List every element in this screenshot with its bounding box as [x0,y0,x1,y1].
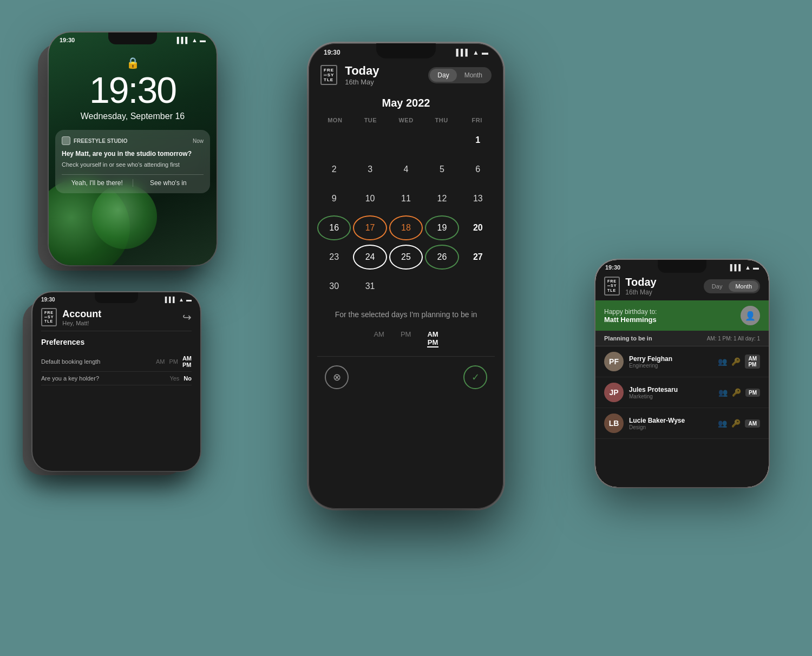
cell-9[interactable]: 9 [317,186,351,211]
day-label-tue: TUE [353,117,389,123]
cell-2[interactable]: 2 [317,157,351,182]
pref-am-pm[interactable]: AMPM [182,355,192,368]
info-perry: Perry Feighan Engineering [629,355,712,369]
cal-logo: FRE ═SY TLE [320,65,337,86]
pref-key-options[interactable]: Yes No [169,375,192,382]
notif-action-who[interactable]: See who's in [133,179,204,187]
person-icon-lucie-2: 🔑 [731,419,741,428]
signal-acct: ▌▌▌ [165,297,176,303]
cell-5[interactable]: 5 [425,157,459,182]
today-status-icons: ▌▌▌ ▲ ▬ [730,264,759,271]
cell-18[interactable]: 18 [389,215,423,240]
cell-1[interactable]: 1 [461,128,495,153]
battery-cal: ▬ [482,49,488,56]
cal-month-title: May 2022 [309,91,503,117]
phone-today: 19:30 ▌▌▌ ▲ ▬ FRE ═SY TLE Today 16th May [595,260,769,487]
pm-option[interactable]: PM [401,330,411,347]
cell-31[interactable]: 31 [353,274,387,299]
notif-app-name: FREESTYLE STUDIO [62,136,127,145]
today-date-sub: 16th May [625,288,656,296]
person-icon-perry-1: 👥 [718,357,727,366]
planning-bar-label: Planning to be in [604,335,652,342]
pref-booking-options[interactable]: AM PM AMPM [156,355,192,368]
acct-logo-section: FRE ═SY TLE Account Hey, Matt! [41,308,101,326]
avatar-jules: JP [604,383,624,402]
battery-icon: ▬ [200,37,206,43]
logout-button[interactable]: ↪ [182,311,192,324]
am-pm-option[interactable]: AMPM [427,330,438,347]
pref-no[interactable]: No [184,375,192,382]
cell-25[interactable]: 25 [389,245,423,270]
cell-17[interactable]: 17 [353,215,387,240]
phone-calendar: 19:30 ▌▌▌ ▲ ▬ FRE ═SY TLE Today 16th May… [309,43,503,509]
notif-action-yes[interactable]: Yeah, I'll be there! [62,179,133,187]
today-toggle-day[interactable]: Day [705,281,729,292]
day-label-thu: THU [424,117,460,123]
today-toggle-month[interactable]: Month [729,281,758,292]
day-label-mon: MON [317,117,353,123]
today-logo: FRE ═SY TLE [604,277,620,295]
cell-10[interactable]: 10 [353,186,387,211]
lock-big-time: 19:30 [49,71,217,108]
notch-today [658,260,706,273]
today-header: FRE ═SY TLE Today 16th May Day Month [595,271,769,300]
cal-am-pm-section[interactable]: AM PM AMPM [317,326,495,357]
pref-pm[interactable]: PM [169,358,178,365]
name-perry: Perry Feighan [629,355,712,363]
person-icon-lucie-1: 👥 [718,419,727,428]
cal-week-4: 16 17 18 19 20 [317,215,495,240]
cell-12[interactable]: 12 [425,186,459,211]
cell-13[interactable]: 13 [461,186,495,211]
cell-26[interactable]: 26 [425,245,459,270]
cell-23[interactable]: 23 [317,245,351,270]
pref-am[interactable]: AM [156,358,165,365]
cell-6[interactable]: 6 [461,157,495,182]
lock-content: 🔒 19:30 Wednesday, September 16 [49,43,217,121]
person-icon-jules-2: 🔑 [732,388,741,397]
acct-title-section: Account Hey, Matt! [62,309,101,326]
signal-cal: ▌▌▌ [456,49,470,56]
cell-27[interactable]: 27 [461,245,495,270]
status-time-account: 19:30 [41,297,55,303]
am-option[interactable]: AM [374,330,384,347]
cell-19[interactable]: 19 [425,215,459,240]
status-time-lock: 19:30 [60,37,75,43]
battery-today: ▬ [753,264,759,271]
wifi-today: ▲ [745,264,751,271]
cal-weeks: 1 2 3 4 5 6 9 10 11 12 13 16 17 1 [317,128,495,299]
notch-lock [108,32,157,44]
lock-date: Wednesday, September 16 [49,111,217,121]
cell-11[interactable]: 11 [389,186,423,211]
view-toggle[interactable]: Day Month [428,67,492,83]
pref-key-holder: Are you a key holder? Yes No [41,372,192,385]
cal-grid: MON TUE WED THU FRI 1 2 3 4 5 6 [309,117,503,299]
cell-30[interactable]: 30 [317,274,351,299]
day-label-fri: FRI [459,117,495,123]
notification-card[interactable]: FREESTYLE STUDIO Now Hey Matt, are you i… [55,130,210,193]
signal-today: ▌▌▌ [730,264,743,271]
toggle-day[interactable]: Day [430,69,456,82]
wifi-icon: ▲ [192,37,198,43]
cell-3[interactable]: 3 [353,157,387,182]
confirm-button[interactable]: ✓ [463,365,487,389]
cell-24[interactable]: 24 [353,245,387,270]
cell-16[interactable]: 16 [317,215,351,240]
acct-subtitle: Hey, Matt! [62,320,101,326]
cell-4[interactable]: 4 [389,157,423,182]
avatar-perry: PF [604,352,624,371]
birthday-banner: Happy birthday to: Matt Hemmings 👤 [595,300,769,331]
today-title: Today [625,276,656,288]
phone-account: 19:30 ▌▌▌ ▲ ▬ FRE ═SY TLE Account Hey, M… [32,292,200,471]
person-row-perry: PF Perry Feighan Engineering 👥 🔑 AMPM [595,346,769,377]
cancel-button[interactable]: ⊗ [325,365,349,389]
person-row-lucie: LB Lucie Baker-Wyse Design 👥 🔑 AM [595,408,769,439]
today-view-toggle[interactable]: Day Month [704,279,760,293]
cell-20[interactable]: 20 [461,215,495,240]
cal-today-label: Today [345,64,428,78]
lock-icon: 🔒 [49,56,217,69]
cal-planning-text: For the selected days I'm planning to be… [309,299,503,326]
wifi-cal: ▲ [473,49,479,56]
planning-counts: AM: 1 PM: 1 All day: 1 [707,336,760,342]
toggle-month[interactable]: Month [457,69,490,82]
pref-yes[interactable]: Yes [169,375,179,382]
